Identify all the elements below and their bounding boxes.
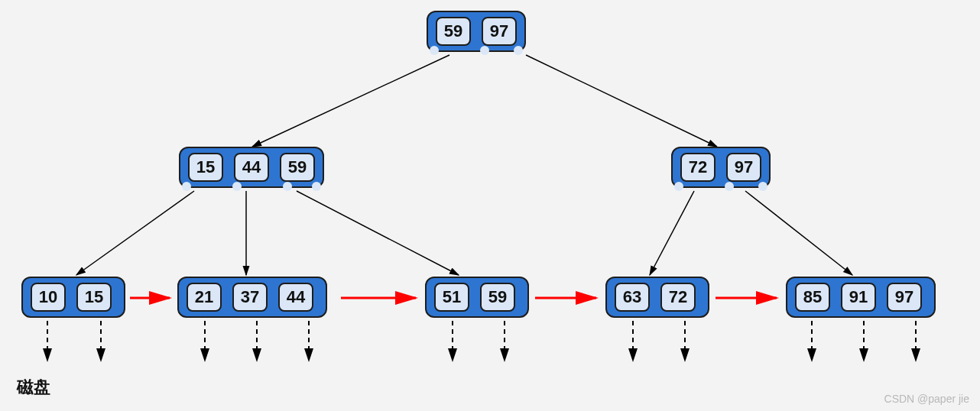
- node-key: 51: [434, 283, 469, 312]
- leaf-node: 85 91 97: [786, 277, 936, 318]
- root-node: 59 97: [427, 11, 526, 52]
- node-key: 97: [726, 153, 761, 182]
- node-key: 85: [795, 283, 830, 312]
- child-pointer-dot: [725, 182, 734, 191]
- node-key: 10: [31, 283, 66, 312]
- node-key: 72: [680, 153, 716, 182]
- node-key: 63: [615, 283, 650, 312]
- child-pointer-dot: [480, 46, 489, 55]
- child-pointer-dot: [312, 182, 321, 191]
- child-pointer-dot: [758, 182, 767, 191]
- node-key: 21: [187, 283, 222, 312]
- node-key: 37: [232, 283, 268, 312]
- watermark: CSDN @paper jie: [884, 393, 969, 405]
- node-key: 15: [76, 283, 112, 312]
- node-key: 44: [234, 153, 269, 182]
- tree-edge: [252, 55, 449, 147]
- child-pointer-dot: [514, 46, 523, 55]
- tree-edge: [650, 191, 694, 275]
- child-pointer-dot: [232, 182, 242, 191]
- node-key: 97: [887, 283, 922, 312]
- node-key: 91: [841, 283, 876, 312]
- tree-edge: [297, 191, 459, 275]
- node-key: 97: [482, 17, 517, 46]
- node-key: 15: [188, 153, 223, 182]
- leaf-node: 63 72: [605, 277, 709, 318]
- leaf-node: 10 15: [21, 277, 125, 318]
- child-pointer-dot: [283, 182, 292, 191]
- tree-edge: [745, 191, 852, 275]
- child-pointer-dot: [182, 182, 191, 191]
- tree-edge: [526, 55, 717, 147]
- internal-node-left: 15 44 59: [179, 147, 324, 188]
- child-pointer-dot: [674, 182, 683, 191]
- node-key: 72: [660, 283, 696, 312]
- disk-label: 磁盘: [17, 376, 50, 399]
- child-pointer-dot: [430, 46, 439, 55]
- node-key: 59: [436, 17, 471, 46]
- node-key: 59: [480, 283, 515, 312]
- tree-edge: [76, 191, 194, 275]
- leaf-node: 51 59: [425, 277, 529, 318]
- leaf-node: 21 37 44: [177, 277, 327, 318]
- internal-node-right: 72 97: [671, 147, 771, 188]
- node-key: 59: [280, 153, 315, 182]
- edge-layer: [0, 0, 980, 411]
- node-key: 44: [278, 283, 313, 312]
